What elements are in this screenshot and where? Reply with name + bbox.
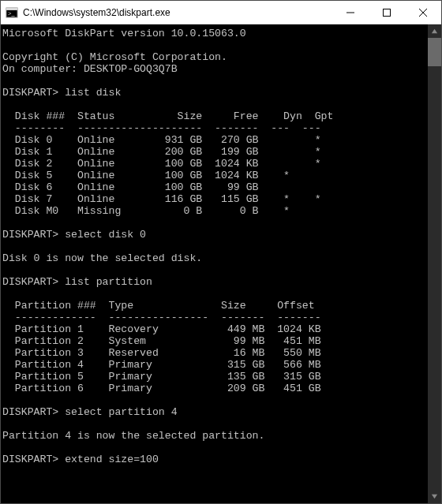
minimize-button[interactable] [332,1,369,24]
svg-marker-7 [432,29,437,33]
svg-rect-4 [384,9,391,16]
diskpart-window: >_ C:\Windows\system32\diskpart.exe Micr… [0,0,442,504]
close-button[interactable] [405,1,441,24]
vertical-scrollbar[interactable] [428,24,441,503]
titlebar[interactable]: >_ C:\Windows\system32\diskpart.exe [1,1,441,24]
console-area: Microsoft DiskPart version 10.0.15063.0 … [1,24,441,503]
scroll-thumb[interactable] [428,38,441,66]
window-controls [332,1,441,24]
window-title: C:\Windows\system32\diskpart.exe [23,7,170,18]
titlebar-left: >_ C:\Windows\system32\diskpart.exe [1,6,170,19]
scroll-down-arrow-icon[interactable] [428,490,441,503]
console-output[interactable]: Microsoft DiskPart version 10.0.15063.0 … [1,24,428,503]
svg-marker-8 [432,495,437,498]
svg-text:>_: >_ [8,10,16,17]
maximize-button[interactable] [369,1,405,24]
app-icon: >_ [6,6,18,19]
scroll-up-arrow-icon[interactable] [428,24,441,38]
